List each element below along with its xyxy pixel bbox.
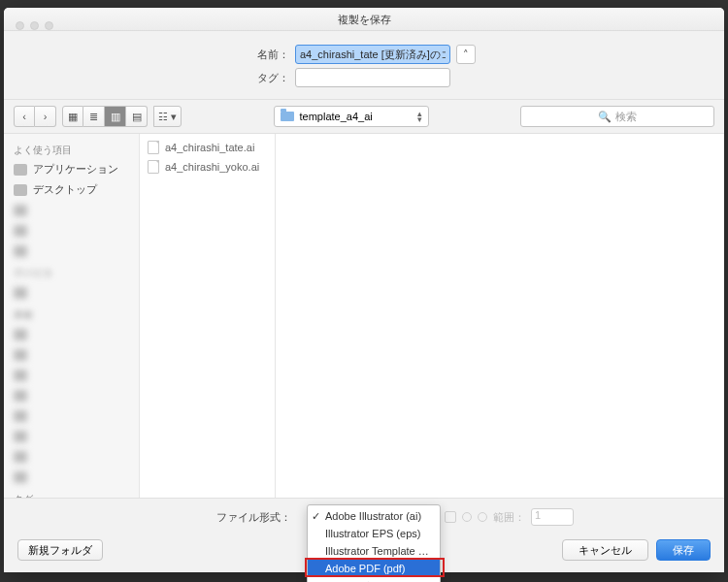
arrange-button[interactable]: ☷ ▾ (153, 106, 182, 127)
browser-body: よく使う項目 アプリケーション デスクトップ デバイス 共有 タグ レッド (4, 134, 724, 499)
gallery-view-button[interactable]: ▤ (126, 106, 148, 127)
sidebar-item[interactable] (4, 446, 139, 467)
artboard-options: アートボードごとに作成 すべて 範囲： 1 (445, 508, 574, 526)
search-placeholder: 検索 (615, 110, 637, 124)
devices-header: デバイス (4, 261, 139, 282)
all-radio[interactable] (462, 512, 472, 522)
footer: ファイル形式： Adobe Illustrator (ai) Illustrat… (4, 499, 724, 572)
sidebar-item[interactable] (4, 324, 139, 344)
fields-area: 名前： ˄ タグ： (4, 31, 724, 100)
collapse-toggle[interactable]: ˄ (456, 45, 476, 64)
new-folder-button[interactable]: 新規フォルダ (17, 539, 103, 561)
sidebar-item[interactable] (4, 241, 139, 261)
sidebar-item[interactable] (4, 282, 139, 303)
tags-header: タグ (4, 487, 139, 498)
per-artboard-checkbox[interactable] (445, 511, 456, 523)
range-label: 範囲： (493, 510, 525, 525)
sidebar-item[interactable] (4, 385, 139, 405)
document-icon (148, 160, 159, 174)
updown-icon: ▴▾ (417, 111, 422, 122)
save-button[interactable]: 保存 (656, 539, 711, 561)
cancel-button[interactable]: キャンセル (562, 539, 648, 561)
zoom-icon[interactable] (45, 21, 53, 30)
range-radio[interactable] (478, 512, 487, 522)
sidebar: よく使う項目 アプリケーション デスクトップ デバイス 共有 タグ レッド (4, 134, 140, 498)
column-view-button[interactable]: ▥ (105, 106, 126, 127)
location-label: template_a4_ai (300, 111, 373, 122)
nav-group: ‹ › (14, 106, 56, 127)
sidebar-item[interactable] (4, 467, 139, 487)
format-option-ait[interactable]: Illustrator Template (ait) (308, 542, 440, 560)
file-column: a4_chirashi_tate.ai a4_chirashi_yoko.ai (140, 134, 276, 498)
sidebar-item[interactable] (4, 405, 139, 426)
range-input[interactable]: 1 (531, 508, 574, 526)
icon-view-button[interactable]: ▦ (62, 106, 83, 127)
window-title: 複製を保存 (4, 8, 724, 31)
location-select[interactable]: template_a4_ai ▴▾ (274, 106, 429, 127)
list-item[interactable]: a4_chirashi_yoko.ai (140, 157, 275, 177)
traffic-lights (16, 21, 53, 30)
minimize-icon[interactable] (30, 21, 39, 30)
format-option-ai[interactable]: Adobe Illustrator (ai) (308, 507, 440, 525)
tags-input[interactable] (295, 68, 450, 87)
shared-header: 共有 (4, 303, 139, 324)
sidebar-item[interactable] (4, 220, 139, 241)
chevron-up-icon: ˄ (463, 48, 469, 61)
name-label: 名前： (4, 48, 295, 62)
format-popup: Adobe Illustrator (ai) Illustrator EPS (… (307, 504, 441, 582)
filename-input[interactable] (295, 45, 450, 64)
list-item[interactable]: a4_chirashi_tate.ai (140, 138, 275, 157)
format-option-eps[interactable]: Illustrator EPS (eps) (308, 525, 440, 542)
view-group: ▦ ≣ ▥ ▤ (62, 106, 148, 127)
sidebar-item[interactable] (4, 344, 139, 365)
search-input[interactable]: 🔍 検索 (520, 106, 714, 127)
document-icon (148, 141, 159, 154)
search-icon: 🔍 (598, 111, 612, 123)
preview-column (276, 134, 724, 498)
sidebar-item-desktop[interactable]: デスクトップ (4, 179, 139, 200)
folder-icon (281, 112, 294, 121)
format-option-pdf[interactable]: Adobe PDF (pdf) (308, 560, 440, 577)
sidebar-item[interactable] (4, 200, 139, 220)
favorites-header: よく使う項目 (4, 138, 139, 159)
sidebar-item[interactable] (4, 365, 139, 385)
save-dialog: 複製を保存 名前： ˄ タグ： ‹ › ▦ ≣ ▥ ▤ ☷ ▾ (4, 8, 724, 572)
format-option-svgz[interactable]: SVG 圧縮 (svgz) (308, 577, 440, 582)
close-icon[interactable] (16, 21, 24, 30)
desktop-icon (14, 184, 27, 196)
toolbar: ‹ › ▦ ≣ ▥ ▤ ☷ ▾ template_a4_ai ▴▾ 🔍 検索 (4, 100, 724, 134)
back-button[interactable]: ‹ (14, 106, 35, 127)
tags-label: タグ： (4, 71, 295, 85)
list-view-button[interactable]: ≣ (83, 106, 105, 127)
sidebar-item-applications[interactable]: アプリケーション (4, 159, 139, 179)
sidebar-item[interactable] (4, 426, 139, 446)
apps-icon (14, 164, 27, 176)
forward-button[interactable]: › (35, 106, 56, 127)
format-label: ファイル形式： (17, 510, 299, 525)
